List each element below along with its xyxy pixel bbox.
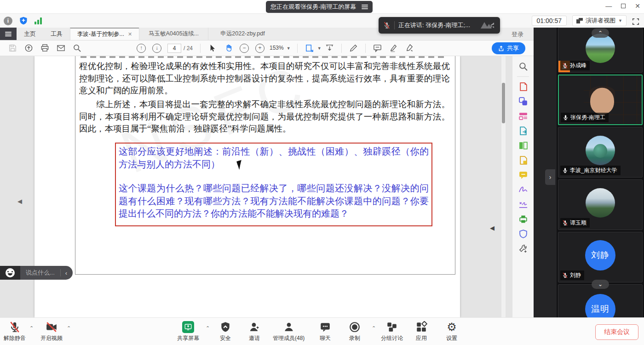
mic-options-chevron[interactable]: ⌃: [29, 325, 34, 331]
panel-collapse-arrow-icon[interactable]: ◀: [490, 224, 494, 231]
combine-files-icon[interactable]: [518, 97, 528, 106]
maximize-button[interactable]: [621, 2, 626, 10]
mic-muted-icon: [383, 22, 391, 29]
participant-tile[interactable]: 谭玉顺: [558, 179, 643, 230]
split-view-icon[interactable]: [518, 141, 528, 150]
fit-page-icon[interactable]: [305, 44, 314, 52]
tab-tools[interactable]: 工具: [43, 28, 70, 40]
unmute-button[interactable]: 解除静音: [4, 321, 26, 342]
email-icon[interactable]: [57, 44, 65, 52]
organize-pages-icon[interactable]: [518, 111, 528, 121]
security-button[interactable]: 安全: [219, 321, 231, 342]
hand-tool-icon[interactable]: [224, 44, 233, 52]
create-file-icon[interactable]: [518, 155, 528, 165]
tab-home[interactable]: 主页: [17, 28, 43, 40]
participant-tile[interactable]: 温明: [558, 284, 643, 317]
edit-pencil-icon[interactable]: [349, 44, 358, 52]
previous-page-arrow-icon[interactable]: ◀: [17, 198, 22, 205]
apps-button[interactable]: 应用: [415, 321, 427, 342]
chat-input[interactable]: 说点什么...: [20, 269, 60, 277]
banner-menu-icon[interactable]: [362, 4, 368, 10]
more-tools-icon[interactable]: [518, 244, 528, 253]
print-production-icon[interactable]: [518, 214, 528, 224]
view-mode-selector[interactable]: 演讲者视图 ▼: [572, 15, 627, 26]
end-meeting-button[interactable]: 结束会议: [595, 324, 638, 340]
scroll-down-button[interactable]: ⌄: [592, 280, 609, 289]
login-link[interactable]: 登录: [512, 30, 523, 39]
comments-icon[interactable]: [518, 170, 528, 180]
pdf-page: NSFC 程优化控制，检验理论成果的有效性和实用性。本项目的研究不仅可以丰富和完…: [34, 56, 460, 317]
open-file-icon[interactable]: [24, 44, 33, 52]
pdf-toolbar: ↑ ↓ 4 / 24 − + 153% ▼ ▼: [0, 40, 534, 56]
video-options-chevron[interactable]: ⌃: [67, 325, 71, 331]
meeting-control-bar: 解除静音 ⌃ 开启视频 ⌃ 共享屏幕 ⌃: [0, 317, 644, 345]
next-page-button[interactable]: ↓: [152, 44, 161, 53]
select-tool-icon[interactable]: [208, 44, 217, 52]
page-number-input[interactable]: 4: [167, 44, 181, 53]
speaking-indicator: 正在讲话: 张保勇-南理工;...: [379, 17, 500, 34]
share-options-chevron[interactable]: ⌃: [206, 325, 210, 331]
participant-tile[interactable]: 李波_南京财经大学: [558, 127, 643, 178]
export-pdf-icon[interactable]: [518, 126, 528, 136]
document-viewport[interactable]: ◀ NSFC 程优化控制，检验理论成果的有效性和实用性。本项目的研究不仅可以丰富…: [0, 56, 512, 317]
chat-button[interactable]: 聊天: [319, 321, 331, 342]
scroll-up-button[interactable]: ⌃: [592, 29, 609, 38]
close-button[interactable]: ✕: [635, 2, 640, 10]
convert-pdf-icon[interactable]: [518, 82, 528, 92]
zoom-dropdown-icon[interactable]: ▼: [287, 46, 291, 51]
settings-button[interactable]: ⚙ 设置: [446, 321, 457, 342]
record-options-chevron[interactable]: ⌃: [372, 325, 376, 331]
sign-icon[interactable]: [518, 185, 528, 195]
doc-tab-2[interactable]: 马玉敏A0405连续...: [139, 28, 208, 40]
comment-icon[interactable]: [373, 44, 382, 52]
emoji-button[interactable]: [0, 266, 20, 280]
pdf-menu-button[interactable]: [0, 28, 17, 40]
doc-tab-active[interactable]: 李波-基于控制参... ✕: [70, 28, 139, 40]
stamp-sign-icon[interactable]: [405, 44, 414, 52]
tab-close-icon[interactable]: ✕: [128, 31, 132, 37]
share-upload-icon: [498, 46, 504, 52]
mic-muted-icon: [562, 220, 568, 226]
annotation-box[interactable]: 这部分应该更好地阐述：前沿性（新）、挑战性（困难）、独辟蹊径（你的方法与别人的方…: [115, 143, 432, 226]
sidebar-expand-handle[interactable]: ›: [545, 169, 555, 185]
meeting-info-icon[interactable]: i: [4, 17, 12, 25]
share-screen-button[interactable]: 共享屏幕: [177, 321, 199, 342]
members-icon: [283, 321, 295, 333]
network-security-shield-icon[interactable]: [19, 16, 28, 25]
fit-dropdown-icon[interactable]: ▼: [317, 46, 322, 51]
security-shield-icon: [219, 321, 231, 333]
breakout-rooms-button[interactable]: 分组讨论: [381, 321, 403, 342]
fit-width-icon[interactable]: [325, 44, 334, 52]
shared-screen-letterbox: ›: [534, 28, 557, 317]
start-video-button[interactable]: 开启视频: [40, 321, 63, 342]
zoom-level[interactable]: 153%: [270, 45, 284, 52]
zoom-in-button[interactable]: +: [255, 44, 264, 53]
search-icon[interactable]: [73, 44, 81, 52]
participant-name: 谭玉顺: [570, 219, 586, 227]
search-icon[interactable]: [518, 62, 528, 71]
document-scrollbar[interactable]: [501, 56, 506, 317]
mic-muted-icon: [9, 321, 21, 333]
record-button[interactable]: 录制: [349, 321, 361, 342]
highlighter-icon[interactable]: [389, 44, 398, 52]
previous-page-button[interactable]: ↑: [137, 44, 146, 53]
minimize-button[interactable]: —: [605, 2, 612, 10]
invite-button[interactable]: 邀请: [248, 321, 260, 342]
save-icon[interactable]: [8, 44, 17, 52]
fill-sign-icon[interactable]: [518, 200, 528, 209]
participant-tile[interactable]: 刘静 刘静: [558, 232, 643, 282]
scrollbar-thumb[interactable]: [502, 83, 505, 123]
zoom-out-button[interactable]: −: [240, 44, 249, 53]
manage-members-button[interactable]: 管理成员(48): [273, 321, 305, 342]
pdf-share-button[interactable]: 共享: [492, 42, 525, 54]
participant-tile-active-speaker[interactable]: 张保勇-南理工: [558, 75, 643, 125]
participant-name: 李波_南京财经大学: [570, 167, 617, 174]
doc-tab-3[interactable]: 申远2022-zby.pdf: [208, 28, 277, 40]
print-icon[interactable]: [40, 44, 49, 52]
chat-collapse-arrow-icon[interactable]: ‹: [61, 270, 73, 276]
participant-name: 张保勇-南理工: [570, 114, 605, 121]
document-paragraph-2: 综上所述，本项目将提出一套完整的求解不确定非线性系统最优控制问题的新理论和新方法…: [79, 98, 450, 135]
smiley-icon: [6, 268, 15, 277]
protect-icon[interactable]: [518, 229, 528, 239]
fullscreen-icon[interactable]: [632, 18, 639, 25]
